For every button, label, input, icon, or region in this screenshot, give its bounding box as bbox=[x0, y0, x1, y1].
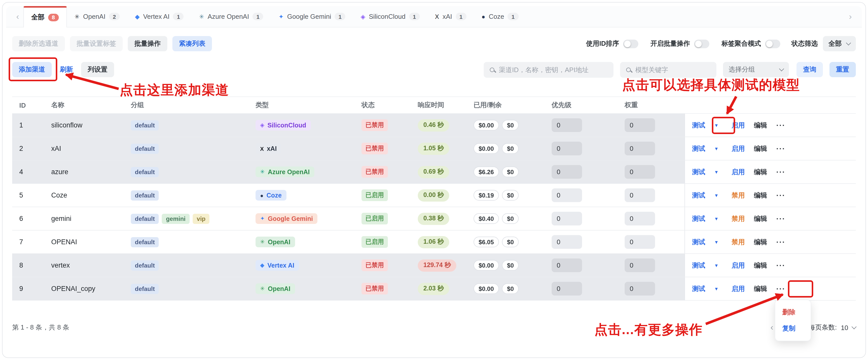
status-filter-select[interactable]: 全部 bbox=[823, 36, 856, 51]
tabs-prev-icon[interactable]: ‹ bbox=[12, 6, 23, 27]
page-size-select[interactable]: 每页条数: 10 bbox=[809, 323, 856, 332]
group-tag: default bbox=[131, 167, 159, 177]
toggle-status-button[interactable]: 禁用 bbox=[732, 214, 745, 223]
weight-input[interactable]: 0 bbox=[625, 188, 655, 202]
test-model-dropdown-button[interactable]: ▼ bbox=[710, 260, 722, 271]
channel-type-tab[interactable]: ✳ OpenAI 2 bbox=[67, 6, 127, 27]
group-select-placeholder: 选择分组 bbox=[728, 65, 755, 74]
test-model-dropdown-button[interactable]: ▼ bbox=[710, 283, 722, 294]
test-model-dropdown-button[interactable]: ▼ bbox=[710, 166, 722, 177]
toolbar-button[interactable]: 批量设置标签 bbox=[70, 36, 123, 51]
more-actions-button[interactable]: ··· bbox=[776, 214, 785, 223]
more-actions-button[interactable]: ··· bbox=[776, 261, 785, 270]
toggle-switch[interactable] bbox=[765, 39, 780, 48]
add-channel-button[interactable]: 添加渠道 bbox=[12, 62, 52, 77]
channel-type-tab[interactable]: ✳ Azure OpenAI 1 bbox=[191, 6, 271, 27]
weight-input[interactable]: 0 bbox=[625, 165, 655, 179]
reset-button[interactable]: 重置 bbox=[830, 62, 856, 77]
toggle-switch[interactable] bbox=[694, 39, 709, 48]
column-header: 响应时间 bbox=[411, 97, 466, 113]
toggle-status-button[interactable]: 启用 bbox=[732, 144, 745, 153]
priority-input[interactable]: 0 bbox=[552, 188, 582, 202]
refresh-button[interactable]: 刷新 bbox=[57, 62, 76, 77]
provider-icon: ✳ bbox=[199, 13, 204, 20]
test-button[interactable]: 测试 bbox=[692, 191, 705, 200]
toggle-status-button[interactable]: 禁用 bbox=[732, 238, 745, 247]
toolbar-button[interactable]: 紧凑列表 bbox=[173, 36, 212, 51]
row-actions: 测试 ▼ 启用 编辑 ··· bbox=[684, 114, 856, 137]
edit-button[interactable]: 编辑 bbox=[754, 214, 767, 223]
test-button[interactable]: 测试 bbox=[692, 144, 705, 153]
toggle-label: 开启批量操作 bbox=[650, 39, 690, 48]
test-model-dropdown-button[interactable]: ▼ bbox=[710, 143, 722, 154]
test-model-dropdown-button[interactable]: ▼ bbox=[710, 119, 722, 131]
toggle-status-button[interactable]: 禁用 bbox=[732, 191, 745, 200]
channel-type-tab[interactable]: ◆ Vertex AI 1 bbox=[127, 6, 191, 27]
test-model-dropdown-button[interactable]: ▼ bbox=[710, 237, 722, 248]
toolbar-button[interactable]: 删除所选通道 bbox=[12, 36, 65, 51]
context-menu-item[interactable]: 删除 bbox=[775, 304, 811, 321]
toggle-switch[interactable] bbox=[623, 39, 638, 48]
group-select[interactable]: 选择分组 bbox=[723, 62, 789, 77]
toolbar-button[interactable]: 批量操作 bbox=[128, 36, 167, 51]
more-actions-button[interactable]: ··· bbox=[776, 121, 785, 130]
channel-id: 1 bbox=[12, 114, 44, 137]
weight-input[interactable]: 0 bbox=[625, 282, 655, 296]
toggle-status-button[interactable]: 启用 bbox=[732, 284, 745, 293]
weight-input[interactable]: 0 bbox=[625, 118, 655, 132]
more-actions-button[interactable]: ··· bbox=[776, 284, 785, 293]
weight-input[interactable]: 0 bbox=[625, 212, 655, 225]
tabs-next-icon[interactable]: › bbox=[845, 6, 856, 27]
test-button[interactable]: 测试 bbox=[692, 261, 705, 270]
test-button[interactable]: 测试 bbox=[692, 284, 705, 293]
test-button[interactable]: 测试 bbox=[692, 167, 705, 176]
channel-type-tab[interactable]: ● Coze 1 bbox=[474, 6, 526, 27]
test-model-dropdown-button[interactable]: ▼ bbox=[710, 213, 722, 224]
query-button[interactable]: 查询 bbox=[797, 62, 823, 77]
test-model-dropdown-button[interactable]: ▼ bbox=[710, 190, 722, 201]
channel-type-tab[interactable]: ✦ Google Gemini 1 bbox=[271, 6, 353, 27]
channel-type-tab[interactable]: 全部 8 bbox=[23, 6, 67, 27]
remaining-quota-badge: $0 bbox=[502, 260, 519, 271]
edit-button[interactable]: 编辑 bbox=[754, 238, 767, 247]
priority-input[interactable]: 0 bbox=[552, 118, 582, 132]
table-row: 5 Coze default ● Coze 已启用 0.00 秒 $0.19 $… bbox=[12, 184, 856, 207]
model-keyword-input[interactable] bbox=[635, 66, 710, 73]
edit-button[interactable]: 编辑 bbox=[754, 191, 767, 200]
priority-input[interactable]: 0 bbox=[552, 235, 582, 249]
toggle-status-button[interactable]: 启用 bbox=[732, 167, 745, 176]
more-actions-button[interactable]: ··· bbox=[776, 168, 785, 176]
priority-input[interactable]: 0 bbox=[552, 142, 582, 156]
edit-button[interactable]: 编辑 bbox=[754, 167, 767, 176]
test-button[interactable]: 测试 bbox=[692, 120, 705, 130]
toggle-knob bbox=[766, 40, 773, 47]
test-button[interactable]: 测试 bbox=[692, 238, 705, 247]
test-button[interactable]: 测试 bbox=[692, 214, 705, 223]
pagination-summary: 第 1 - 8 条，共 8 条 bbox=[12, 323, 69, 332]
edit-button[interactable]: 编辑 bbox=[754, 144, 767, 153]
channel-search-input[interactable] bbox=[499, 66, 608, 73]
weight-input[interactable]: 0 bbox=[625, 258, 655, 272]
table-header: ID名称分组类型状态响应时间已用/剩余优先级权重 bbox=[12, 96, 856, 114]
more-actions-button[interactable]: ··· bbox=[776, 238, 785, 246]
weight-input[interactable]: 0 bbox=[625, 142, 655, 156]
more-actions-button[interactable]: ··· bbox=[776, 144, 785, 153]
edit-button[interactable]: 编辑 bbox=[754, 261, 767, 270]
more-actions-button[interactable]: ··· bbox=[776, 191, 785, 199]
group-tag: default bbox=[131, 190, 159, 200]
context-menu-item[interactable]: 复制 bbox=[775, 321, 811, 337]
group-tag: gemini bbox=[162, 214, 190, 224]
channel-type-tab[interactable]: X xAI 1 bbox=[427, 6, 474, 27]
priority-input[interactable]: 0 bbox=[552, 258, 582, 272]
priority-input[interactable]: 0 bbox=[552, 212, 582, 225]
edit-button[interactable]: 编辑 bbox=[754, 120, 767, 130]
edit-button[interactable]: 编辑 bbox=[754, 284, 767, 293]
priority-input[interactable]: 0 bbox=[552, 165, 582, 179]
weight-input[interactable]: 0 bbox=[625, 235, 655, 249]
channel-type-tab[interactable]: ◈ SiliconCloud 1 bbox=[353, 6, 427, 27]
column-settings-button[interactable]: 列设置 bbox=[81, 62, 114, 77]
toggle-status-button[interactable]: 启用 bbox=[732, 120, 745, 130]
toggle-status-button[interactable]: 启用 bbox=[732, 261, 745, 270]
priority-input[interactable]: 0 bbox=[552, 282, 582, 296]
page-prev-icon[interactable]: ‹ bbox=[770, 323, 773, 333]
